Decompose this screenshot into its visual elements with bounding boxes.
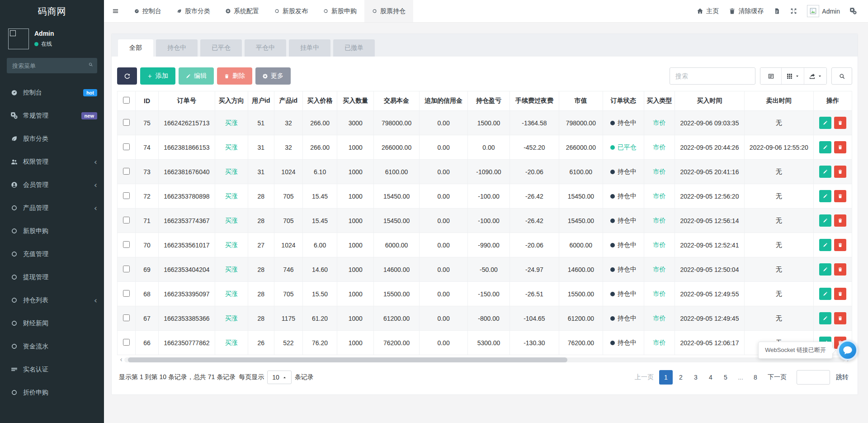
cell-buy-type[interactable]: 市价 xyxy=(644,209,675,233)
nav-item-dashboard[interactable]: 控制台 xyxy=(127,0,169,22)
tab-closed[interactable]: 已平仓 xyxy=(200,39,242,57)
cell-direction[interactable]: 买涨 xyxy=(215,135,248,160)
tab-all[interactable]: 全部 xyxy=(118,39,153,57)
fullscreen-button[interactable] xyxy=(785,0,802,23)
row-checkbox[interactable] xyxy=(123,314,130,321)
row-edit-button[interactable] xyxy=(819,166,831,178)
columns-button[interactable] xyxy=(781,68,804,84)
row-delete-button[interactable] xyxy=(834,239,846,251)
page-number[interactable]: 5 xyxy=(719,370,732,385)
sidebar-item-recharge-management[interactable]: 充值管理 xyxy=(0,242,104,266)
sidebar-toggle-button[interactable] xyxy=(104,0,127,22)
chat-widget-button[interactable] xyxy=(837,340,858,361)
row-edit-button[interactable] xyxy=(819,288,831,300)
row-checkbox[interactable] xyxy=(123,339,130,346)
row-delete-button[interactable] xyxy=(834,190,846,202)
cell-buy-type[interactable]: 市价 xyxy=(644,184,675,209)
row-edit-button[interactable] xyxy=(819,239,831,251)
cell-direction[interactable]: 买涨 xyxy=(215,184,248,209)
page-number[interactable]: 2 xyxy=(674,370,688,385)
sidebar-item-finance-news[interactable]: 财经新闻 xyxy=(0,312,104,335)
sidebar-item-product-management[interactable]: 产品管理‹ xyxy=(0,196,104,219)
row-edit-button[interactable] xyxy=(819,312,831,324)
sidebar-item-permission-management[interactable]: 权限管理‹ xyxy=(0,150,104,173)
sidebar-item-fund-flow[interactable]: 资金流水 xyxy=(0,335,104,358)
cell-direction[interactable]: 买涨 xyxy=(215,257,248,282)
cell-buy-type[interactable]: 市价 xyxy=(644,331,675,355)
row-checkbox[interactable] xyxy=(123,241,130,248)
cell-buy-type[interactable]: 市价 xyxy=(644,233,675,257)
jump-page-input[interactable] xyxy=(797,370,830,385)
sidebar-item-member-management[interactable]: 会员管理‹ xyxy=(0,173,104,196)
table-search-input[interactable] xyxy=(670,67,755,85)
navbar-user[interactable]: Admin xyxy=(802,0,845,23)
logs-button[interactable] xyxy=(769,0,785,23)
cell-direction[interactable]: 买涨 xyxy=(215,209,248,233)
sidebar-search-input[interactable] xyxy=(7,58,97,73)
export-button[interactable] xyxy=(804,68,826,84)
cell-buy-type[interactable]: 市价 xyxy=(644,111,675,135)
scrollbar-track[interactable] xyxy=(124,357,845,362)
row-checkbox[interactable] xyxy=(123,143,130,150)
search-submit-button[interactable] xyxy=(831,67,852,85)
row-checkbox[interactable] xyxy=(123,266,130,272)
nav-item-ipo-release[interactable]: 新股发布 xyxy=(267,0,316,22)
sidebar-item-ipo-subscription[interactable]: 新股申购 xyxy=(0,219,104,242)
cell-buy-type[interactable]: 市价 xyxy=(644,257,675,282)
tab-canceled[interactable]: 已撤单 xyxy=(333,39,375,57)
row-checkbox[interactable] xyxy=(123,192,130,199)
cell-buy-type[interactable]: 市价 xyxy=(644,282,675,306)
row-checkbox[interactable] xyxy=(123,119,130,126)
nav-item-system-config[interactable]: 系统配置 xyxy=(218,0,267,22)
sidebar-item-market-category[interactable]: 股市分类 xyxy=(0,127,104,150)
nav-item-ipo-subscription[interactable]: 新股申购 xyxy=(316,0,364,22)
row-checkbox[interactable] xyxy=(123,217,130,223)
home-link[interactable]: 主页 xyxy=(692,0,724,23)
cell-direction[interactable]: 买涨 xyxy=(215,331,248,355)
clear-cache-link[interactable]: 清除缓存 xyxy=(724,0,769,23)
delete-button[interactable]: 删除 xyxy=(217,67,252,85)
row-edit-button[interactable] xyxy=(819,117,831,129)
nav-item-market-category[interactable]: 股市分类 xyxy=(169,0,218,22)
scrollbar-thumb[interactable] xyxy=(128,357,567,362)
page-number[interactable]: 8 xyxy=(749,370,762,385)
row-checkbox[interactable] xyxy=(123,290,130,297)
scroll-left-arrow[interactable]: ‹ xyxy=(118,357,124,363)
row-edit-button[interactable] xyxy=(819,141,831,153)
sidebar-item-position-list[interactable]: 持仓列表‹ xyxy=(0,289,104,312)
cell-buy-type[interactable]: 市价 xyxy=(644,306,675,331)
cell-buy-type[interactable]: 市价 xyxy=(644,160,675,184)
cell-direction[interactable]: 买涨 xyxy=(215,111,248,135)
sidebar-item-discount-subscription[interactable]: 折价申购 xyxy=(0,381,104,404)
row-delete-button[interactable] xyxy=(834,214,846,227)
settings-button[interactable] xyxy=(845,0,862,23)
tab-closing[interactable]: 平仓中 xyxy=(245,39,286,57)
select-all-checkbox[interactable] xyxy=(123,97,130,104)
edit-button[interactable]: 编辑 xyxy=(179,67,214,85)
cell-buy-type[interactable]: 市价 xyxy=(644,135,675,160)
add-button[interactable]: 添加 xyxy=(140,67,175,85)
cell-direction[interactable]: 买涨 xyxy=(215,306,248,331)
row-delete-button[interactable] xyxy=(834,312,846,324)
sidebar-item-real-name-verification[interactable]: 实名认证 xyxy=(0,358,104,381)
next-page-button[interactable]: 下一页 xyxy=(764,370,791,385)
jump-button[interactable]: 跳转 xyxy=(834,373,850,381)
page-number[interactable]: 1 xyxy=(659,370,673,385)
page-size-dropdown[interactable]: 10 xyxy=(267,371,292,384)
row-edit-button[interactable] xyxy=(819,190,831,202)
row-checkbox[interactable] xyxy=(123,168,130,175)
tab-holding[interactable]: 持仓中 xyxy=(156,39,198,57)
cell-direction[interactable]: 买涨 xyxy=(215,233,248,257)
cell-direction[interactable]: 买涨 xyxy=(215,160,248,184)
refresh-button[interactable] xyxy=(117,67,137,85)
row-delete-button[interactable] xyxy=(834,117,846,129)
row-delete-button[interactable] xyxy=(834,263,846,276)
sidebar-item-dashboard[interactable]: 控制台hot xyxy=(0,81,104,104)
row-edit-button[interactable] xyxy=(819,214,831,227)
sidebar-item-general-management[interactable]: 常规管理new xyxy=(0,104,104,127)
prev-page-button[interactable]: 上一页 xyxy=(631,370,658,385)
nav-item-stock-position[interactable]: 股票持仓 xyxy=(364,0,413,22)
cell-direction[interactable]: 买涨 xyxy=(215,282,248,306)
sidebar-item-withdrawal-management[interactable]: 提现管理 xyxy=(0,266,104,289)
row-delete-button[interactable] xyxy=(834,166,846,178)
